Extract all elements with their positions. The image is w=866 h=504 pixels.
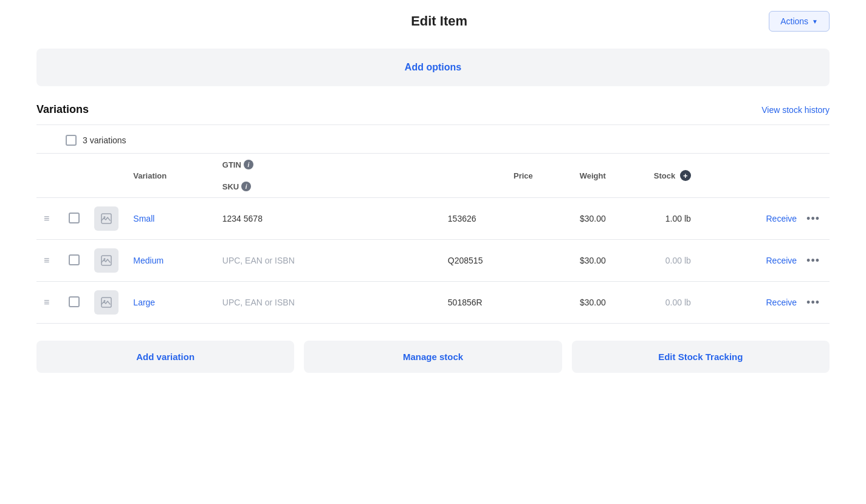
th-price: Price <box>441 154 540 198</box>
th-gtin: GTIN i <box>215 154 337 175</box>
price-cell: $30.00 <box>540 240 613 282</box>
row-checkbox-medium[interactable] <box>69 254 80 265</box>
more-options-button-large[interactable]: ••• <box>804 296 822 309</box>
price-cell: $30.00 <box>540 198 613 240</box>
variation-name-cell: Small <box>126 198 215 240</box>
receive-button-large[interactable]: Receive <box>766 298 797 307</box>
variation-image-small[interactable] <box>94 206 119 231</box>
add-options-button[interactable]: Add options <box>405 62 461 73</box>
checkbox-cell <box>61 198 87 240</box>
manage-stock-button[interactable]: Manage stock <box>304 341 562 373</box>
actions-button[interactable]: Actions ▼ <box>769 11 830 32</box>
variation-name-cell: Large <box>126 282 215 324</box>
table-row: ≡ Small <box>36 198 830 240</box>
weight-value-medium: 0.00 lb <box>665 256 691 265</box>
drag-handle-icon[interactable]: ≡ <box>44 255 54 265</box>
gtin-input-small[interactable] <box>222 214 433 223</box>
more-options-button-small[interactable]: ••• <box>804 213 822 225</box>
sku-cell <box>441 198 540 240</box>
gtin-cell <box>215 282 441 324</box>
variation-name-small[interactable]: Small <box>133 214 154 223</box>
add-options-bar[interactable]: Add options <box>36 49 830 86</box>
image-cell <box>87 282 126 324</box>
add-stock-column-icon[interactable]: + <box>680 170 691 181</box>
th-weight: Weight <box>540 154 613 198</box>
row-checkbox-small[interactable] <box>69 213 80 223</box>
variations-table: Variation GTIN i SKU i Price Weight <box>36 154 830 324</box>
drag-handle-cell: ≡ <box>36 198 61 240</box>
image-cell <box>87 198 126 240</box>
stock-cell: Receive ••• <box>698 282 830 324</box>
variation-image-large[interactable] <box>94 290 119 315</box>
sku-info-icon[interactable]: i <box>241 182 251 191</box>
price-value-large: $30.00 <box>580 298 606 307</box>
receive-button-medium[interactable]: Receive <box>766 256 797 265</box>
drag-handle-icon[interactable]: ≡ <box>44 297 54 307</box>
drag-handle-icon[interactable]: ≡ <box>44 213 54 223</box>
stock-cell: Receive ••• <box>698 198 830 240</box>
gtin-cell <box>215 198 441 240</box>
sku-input-small[interactable] <box>448 214 533 223</box>
variations-title: Variations <box>36 103 89 116</box>
th-sku: SKU i <box>215 175 312 197</box>
weight-cell: 1.00 lb <box>613 198 698 240</box>
variation-image-medium[interactable] <box>94 248 119 273</box>
variation-name-cell: Medium <box>126 240 215 282</box>
weight-cell: 0.00 lb <box>613 282 698 324</box>
th-drag-spacer <box>36 154 61 198</box>
view-stock-history-link[interactable]: View stock history <box>761 105 830 115</box>
variation-name-medium[interactable]: Medium <box>133 256 163 265</box>
sku-input-medium[interactable] <box>448 256 533 265</box>
select-all-row: 3 variations <box>36 125 830 154</box>
edit-stock-tracking-button[interactable]: Edit Stock Tracking <box>572 341 830 373</box>
sku-cell <box>441 282 540 324</box>
weight-value-large: 0.00 lb <box>665 298 691 307</box>
weight-cell: 0.00 lb <box>613 240 698 282</box>
row-checkbox-large[interactable] <box>69 296 80 307</box>
page-title: Edit Item <box>109 13 769 29</box>
bottom-actions: Add variation Manage stock Edit Stock Tr… <box>36 341 830 373</box>
table-row: ≡ Large <box>36 282 830 324</box>
gtin-cell <box>215 240 441 282</box>
variations-section: Variations View stock history 3 variatio… <box>36 103 830 373</box>
sku-cell <box>441 240 540 282</box>
gtin-input-large[interactable] <box>222 298 433 307</box>
drag-handle-cell: ≡ <box>36 282 61 324</box>
price-value-small: $30.00 <box>580 214 606 223</box>
th-variation: Variation <box>126 154 215 198</box>
table-row: ≡ Medium <box>36 240 830 282</box>
variations-count-label: 3 variations <box>83 135 126 145</box>
more-options-button-medium[interactable]: ••• <box>804 254 822 267</box>
th-img-spacer <box>87 154 126 198</box>
price-cell: $30.00 <box>540 282 613 324</box>
chevron-down-icon: ▼ <box>812 18 818 25</box>
gtin-info-icon[interactable]: i <box>244 160 253 169</box>
variation-name-large[interactable]: Large <box>133 298 155 307</box>
receive-button-small[interactable]: Receive <box>766 214 797 223</box>
th-stock: Stock + <box>613 154 698 198</box>
drag-handle-cell: ≡ <box>36 240 61 282</box>
weight-value-small: 1.00 lb <box>665 214 691 223</box>
gtin-input-medium[interactable] <box>222 256 433 265</box>
add-variation-button[interactable]: Add variation <box>36 341 294 373</box>
image-cell <box>87 240 126 282</box>
th-check-spacer <box>61 154 87 198</box>
checkbox-cell <box>61 240 87 282</box>
price-value-medium: $30.00 <box>580 256 606 265</box>
checkbox-cell <box>61 282 87 324</box>
sku-input-large[interactable] <box>448 298 533 307</box>
select-all-checkbox[interactable] <box>66 135 77 146</box>
stock-cell: Receive ••• <box>698 240 830 282</box>
